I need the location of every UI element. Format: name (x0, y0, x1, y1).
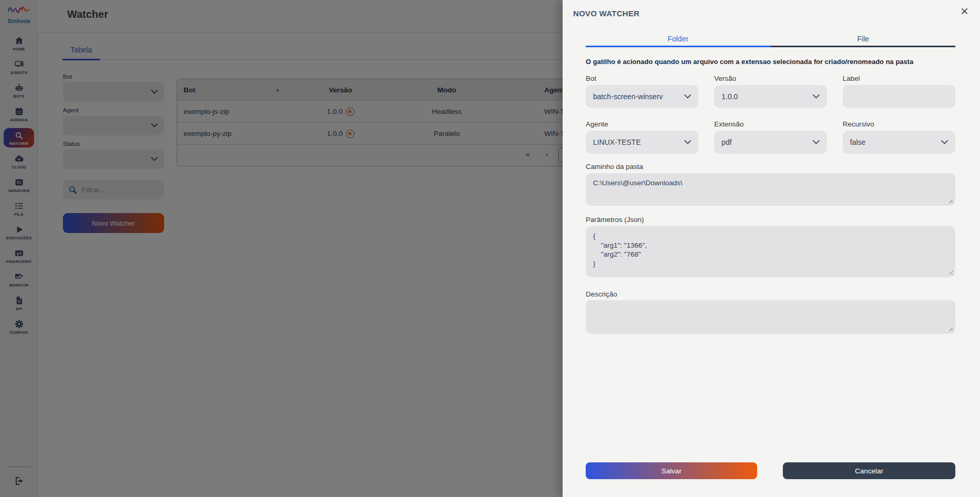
agente-field-label: Agente (586, 120, 608, 128)
app-window: Sinfonia HOME AGENTS BOTS AGENDA WATCHER (0, 0, 980, 497)
tab-folder-underline (586, 46, 771, 47)
bot-field-label: Bot (586, 75, 596, 82)
chevron-down-icon (684, 94, 691, 99)
chevron-down-icon (813, 140, 820, 144)
descricao-textarea[interactable] (586, 300, 955, 334)
extensao-select[interactable]: pdf (714, 131, 827, 154)
versao-field-label: Versão (714, 75, 736, 82)
recursivo-field-label: Recursivo (843, 120, 874, 128)
label-input[interactable] (843, 85, 955, 108)
label-field-label: Label (843, 75, 860, 82)
extensao-field-label: Extensão (714, 120, 744, 128)
bot-select[interactable]: batch-screen-winserv (586, 85, 698, 108)
chevron-down-icon (813, 94, 820, 99)
tab-folder[interactable]: Folder (586, 35, 770, 43)
parametros-field-label: Parâmetros (Json) (586, 216, 644, 224)
caminho-field-label: Caminho da pasta (586, 163, 643, 171)
close-icon[interactable]: × (961, 4, 968, 18)
save-button[interactable]: Salvar (586, 462, 757, 479)
recursivo-select[interactable]: false (843, 131, 955, 154)
chevron-down-icon (684, 140, 691, 144)
caminho-textarea[interactable]: C:\Users\@user\Downloads\ (586, 173, 955, 206)
tab-file-underline (771, 46, 955, 47)
versao-select[interactable]: 1.0.0 (714, 85, 827, 108)
descricao-field-label: Descrição (586, 290, 617, 298)
drawer-title: NOVO WATCHER (573, 9, 640, 18)
cancel-button[interactable]: Cancelar (783, 462, 955, 479)
novo-watcher-drawer: NOVO WATCHER × Folder File O gatilho é a… (563, 0, 980, 497)
chevron-down-icon (941, 140, 948, 144)
agente-select[interactable]: LINUX-TESTE (586, 131, 698, 154)
parametros-textarea[interactable]: { "arg1": "1366", "arg2": "768" } (586, 226, 955, 277)
trigger-helper-text: O gatilho é acionado quando um arquivo c… (586, 58, 913, 66)
tab-file[interactable]: File (771, 35, 955, 43)
